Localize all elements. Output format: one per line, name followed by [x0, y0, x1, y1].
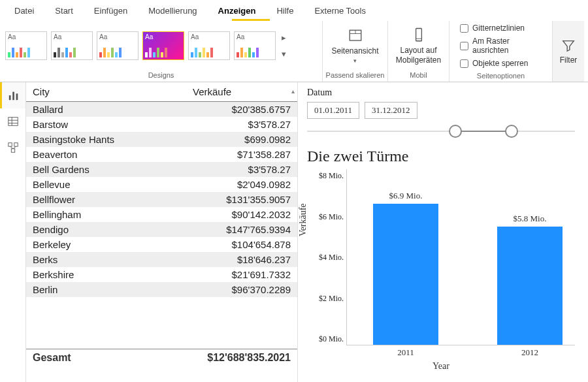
menu-modellierung[interactable]: Modellierung — [139, 2, 206, 20]
mobile-icon — [410, 26, 428, 44]
y-axis-label: Verkäufe — [298, 203, 308, 236]
date-from-input[interactable]: 01.01.2011 — [307, 102, 359, 119]
svg-rect-5 — [9, 95, 11, 100]
chart-title: Die zwei Türme — [307, 148, 575, 165]
gridlines-checkbox[interactable]: Gitternetzlinien — [460, 24, 542, 33]
model-icon — [7, 142, 19, 153]
svg-rect-12 — [8, 143, 11, 146]
x-axis-label: Year — [307, 361, 575, 372]
svg-line-15 — [10, 146, 13, 149]
chart-bar[interactable] — [497, 227, 563, 345]
y-tick: $6 Mio. — [319, 212, 344, 221]
table-row[interactable]: Barstow$3'578.27 — [26, 117, 297, 132]
table-row[interactable]: Berks$18'646.237 — [26, 252, 297, 267]
filter-icon — [561, 39, 576, 53]
slider-knob-to[interactable] — [505, 125, 518, 138]
table-row[interactable]: Beaverton$71'358.287 — [26, 147, 297, 162]
view-switcher — [0, 82, 26, 382]
svg-rect-6 — [12, 92, 14, 101]
table-row[interactable]: Bellingham$90'142.2032 — [26, 207, 297, 222]
slider-knob-from[interactable] — [449, 125, 462, 138]
ribbon-group-mobile-label: Mobil — [388, 70, 449, 82]
table-visual[interactable]: ▴ City Verkäufe Ballard$20'385.6757Barst… — [26, 82, 298, 382]
menu-hilfe[interactable]: Hilfe — [267, 2, 302, 20]
page-view-icon — [346, 27, 365, 45]
table-row[interactable]: Berkeley$104'654.878 — [26, 237, 297, 252]
table-row[interactable]: Ballard$20'385.6757 — [26, 102, 297, 117]
table-row[interactable]: Bell Gardens$3'578.27 — [26, 162, 297, 177]
slicer-label: Datum — [307, 88, 575, 98]
report-view-button[interactable] — [0, 82, 25, 108]
themes-dropdown[interactable]: ▸▾ — [280, 33, 287, 59]
table-row[interactable]: Basingstoke Hants$699.0982 — [26, 132, 297, 147]
table-row[interactable]: Bellevue$2'049.0982 — [26, 177, 297, 192]
y-tick: $4 Mio. — [319, 253, 344, 263]
lock-checkbox[interactable]: Objekte sperren — [460, 59, 542, 68]
table-row[interactable]: Berlin$96'370.2289 — [26, 282, 297, 297]
model-view-button[interactable] — [0, 135, 25, 161]
menu-externe-tools[interactable]: Externe Tools — [305, 2, 375, 20]
table-row[interactable]: Bellflower$131'355.9057 — [26, 192, 297, 207]
main-area: ▴ City Verkäufe Ballard$20'385.6757Barst… — [0, 82, 588, 382]
x-tick: 2012 — [521, 347, 538, 358]
bar-value-label: $5.8 Mio. — [514, 214, 547, 224]
menu-start[interactable]: Start — [46, 2, 82, 20]
date-slider[interactable] — [307, 121, 575, 141]
theme-swatch[interactable]: Aa — [97, 31, 139, 60]
ribbon: AaAaAaAaAaAa ▸▾ Designs Seitenansicht Pa… — [0, 21, 588, 82]
table-row[interactable]: Bendigo$147'765.9394 — [26, 222, 297, 237]
table-col-city[interactable]: City — [33, 86, 193, 97]
theme-swatch[interactable]: Aa — [51, 31, 93, 60]
bar-chart[interactable]: Verkäufe $0 Mio.$2 Mio.$4 Mio.$6 Mio.$8 … — [307, 169, 575, 345]
menu-bar: Datei Start Einfügen Modellierung Anzeig… — [0, 0, 588, 21]
bar-chart-icon — [8, 89, 20, 101]
theme-swatch[interactable]: Aa — [234, 31, 276, 60]
ribbon-group-scale-label: Passend skalieren — [323, 70, 387, 82]
theme-swatch[interactable]: Aa — [142, 31, 184, 60]
menu-anzeigen[interactable]: Anzeigen — [209, 2, 265, 20]
mobile-layout-button[interactable]: Layout auf Mobilgeräten — [391, 26, 446, 65]
page-view-button[interactable]: Seitenansicht — [326, 27, 384, 63]
ribbon-group-options-label: Seitenoptionen — [449, 71, 552, 82]
data-view-button[interactable] — [0, 108, 25, 135]
table-icon — [7, 116, 19, 127]
ribbon-group-themes-label: Designs — [0, 70, 322, 82]
bar-value-label: $6.9 Mio. — [389, 191, 423, 201]
svg-rect-3 — [416, 29, 421, 41]
snap-checkbox[interactable]: Am Raster ausrichten — [460, 37, 542, 55]
scroll-up-icon[interactable]: ▴ — [291, 88, 295, 95]
menu-datei[interactable]: Datei — [5, 2, 43, 20]
date-to-input[interactable]: 31.12.2012 — [365, 102, 417, 119]
menu-einfuegen[interactable]: Einfügen — [85, 2, 137, 20]
svg-rect-8 — [8, 118, 17, 126]
table-row[interactable]: Berkshire$21'691.7332 — [26, 267, 297, 282]
svg-rect-13 — [14, 143, 17, 146]
table-header: City Verkäufe — [26, 82, 297, 102]
y-tick: $8 Mio. — [319, 171, 344, 181]
table-col-sales[interactable]: Verkäufe — [193, 86, 291, 97]
y-tick: $0 Mio. — [319, 334, 344, 344]
right-pane: Datum 01.01.2011 31.12.2012 Die zwei Tür… — [298, 82, 588, 382]
theme-swatch[interactable]: Aa — [188, 31, 230, 60]
theme-swatch[interactable]: Aa — [5, 31, 47, 60]
filter-button[interactable]: Filter — [553, 21, 584, 82]
table-total-row: Gesamt $12'688'835.2021 — [26, 349, 297, 366]
svg-rect-14 — [11, 149, 14, 152]
x-tick: 2011 — [397, 347, 414, 358]
svg-rect-7 — [16, 93, 18, 100]
svg-line-16 — [13, 146, 16, 149]
chart-bar[interactable] — [373, 204, 438, 345]
chevron-down-icon — [353, 57, 357, 64]
y-tick: $2 Mio. — [319, 293, 344, 303]
active-tab-underline — [232, 19, 270, 21]
